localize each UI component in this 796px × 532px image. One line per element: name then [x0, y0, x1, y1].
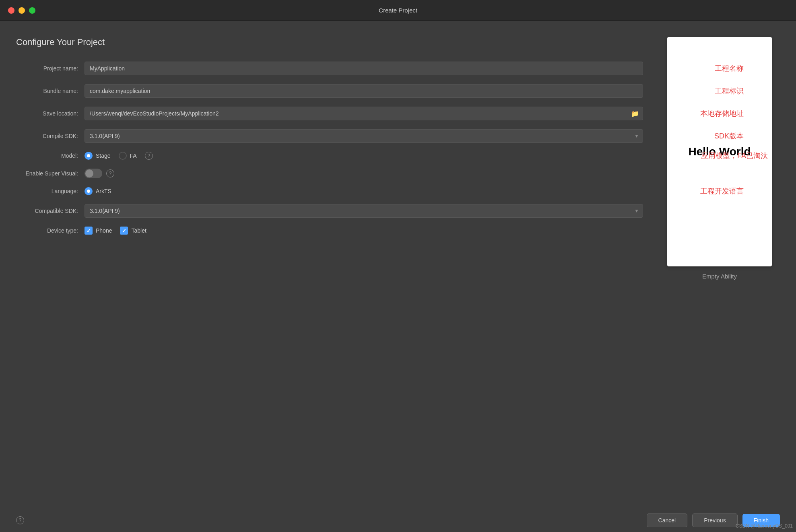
model-row: Model: Stage FA ? 应用模型，FA已淘汰: [16, 152, 643, 160]
maximize-button[interactable]: [29, 7, 35, 14]
model-radio-group: Stage FA ?: [85, 152, 643, 160]
project-name-row: Project name: 工程名称: [16, 62, 643, 75]
model-label: Model:: [16, 153, 85, 159]
language-selection: ArkTS: [85, 187, 643, 195]
minimize-button[interactable]: [19, 7, 25, 14]
super-visual-toggle-wrap: ?: [85, 169, 643, 178]
window-controls: [8, 7, 35, 14]
super-visual-row: Enable Super Visual: ?: [16, 169, 643, 178]
bundle-name-input[interactable]: [85, 84, 643, 98]
cancel-button[interactable]: Cancel: [647, 513, 688, 527]
device-phone-label: Phone: [96, 227, 112, 234]
compatible-sdk-row: Compatible SDK: 3.1.0(API 9) ▼: [16, 204, 643, 218]
bottom-bar: ? Cancel Previous Finish: [0, 508, 796, 532]
bottom-help-icon[interactable]: ?: [16, 516, 24, 524]
language-annotation: 工程开发语言: [700, 186, 744, 196]
save-location-row: Save location: 📁 本地存储地址: [16, 107, 643, 120]
model-fa-label: FA: [130, 153, 137, 159]
compile-sdk-row: Compile SDK: 3.1.0(API 9) ▼ SDK版本: [16, 129, 643, 143]
preview-caption: Empty Ability: [702, 273, 737, 280]
model-fa-radio[interactable]: [119, 152, 127, 160]
compile-sdk-label: Compile SDK:: [16, 133, 85, 139]
super-visual-label: Enable Super Visual:: [16, 170, 85, 177]
main-content: Configure Your Project Project name: 工程名…: [0, 21, 796, 508]
save-location-label: Save location:: [16, 110, 85, 117]
watermark: CSDN @HarmonyOS_001: [736, 523, 793, 529]
compatible-sdk-label: Compatible SDK:: [16, 208, 85, 214]
project-name-input[interactable]: [85, 62, 643, 75]
save-location-wrap: 📁 本地存储地址: [85, 107, 643, 120]
preview-section: Hello World Empty Ability: [659, 37, 780, 508]
device-type-row: Device type: Phone Tablet: [16, 227, 643, 235]
project-name-wrap: 工程名称: [85, 62, 643, 75]
title-bar: Create Project: [0, 0, 796, 21]
model-stage-item[interactable]: Stage: [85, 152, 111, 160]
device-tablet-checkbox[interactable]: [120, 227, 128, 235]
super-visual-toggle-knob: [85, 169, 93, 177]
compile-sdk-annotation: SDK版本: [714, 131, 744, 141]
device-type-wrap: Phone Tablet: [85, 227, 643, 235]
page-title: Configure Your Project: [16, 37, 643, 47]
model-annotation: 应用模型，FA已淘汰: [701, 151, 768, 161]
model-help-icon[interactable]: ?: [145, 152, 153, 160]
super-visual-help-icon[interactable]: ?: [106, 169, 114, 177]
language-radio[interactable]: [85, 187, 93, 195]
bundle-name-annotation: 工程标识: [715, 86, 744, 96]
bottom-left: ?: [16, 516, 24, 524]
language-row: Language: ArkTS 工程开发语言: [16, 187, 643, 195]
bundle-name-row: Bundle name: 工程标识: [16, 84, 643, 98]
device-tablet-label: Tablet: [131, 227, 146, 234]
window-title: Create Project: [379, 7, 417, 14]
previous-button[interactable]: Previous: [692, 513, 737, 527]
bundle-name-label: Bundle name:: [16, 88, 85, 94]
compile-sdk-select[interactable]: 3.1.0(API 9): [85, 129, 643, 143]
project-name-label: Project name:: [16, 65, 85, 72]
compile-sdk-wrap: 3.1.0(API 9) ▼ SDK版本: [85, 129, 643, 143]
model-stage-radio[interactable]: [85, 152, 93, 160]
close-button[interactable]: [8, 7, 14, 14]
model-stage-label: Stage: [96, 153, 111, 159]
device-type-group: Phone Tablet: [85, 227, 643, 235]
super-visual-wrap: ?: [85, 169, 643, 178]
device-phone-checkbox[interactable]: [85, 227, 93, 235]
super-visual-toggle[interactable]: [85, 169, 102, 178]
compatible-sdk-select[interactable]: 3.1.0(API 9): [85, 204, 643, 218]
folder-icon[interactable]: 📁: [631, 110, 639, 118]
compatible-sdk-wrap: 3.1.0(API 9) ▼: [85, 204, 643, 218]
project-name-annotation: 工程名称: [715, 64, 744, 73]
device-type-label: Device type:: [16, 227, 85, 234]
model-wrap: Stage FA ? 应用模型，FA已淘汰: [85, 152, 643, 160]
save-location-input[interactable]: [85, 107, 643, 120]
device-phone-item[interactable]: Phone: [85, 227, 112, 235]
language-label: Language:: [16, 188, 85, 194]
bundle-name-wrap: 工程标识: [85, 84, 643, 98]
device-tablet-item[interactable]: Tablet: [120, 227, 146, 235]
save-location-annotation: 本地存储地址: [700, 109, 744, 118]
language-value: ArkTS: [96, 188, 111, 194]
form-section: Configure Your Project Project name: 工程名…: [16, 37, 659, 508]
model-fa-item[interactable]: FA: [119, 152, 137, 160]
language-wrap: ArkTS 工程开发语言: [85, 187, 643, 195]
